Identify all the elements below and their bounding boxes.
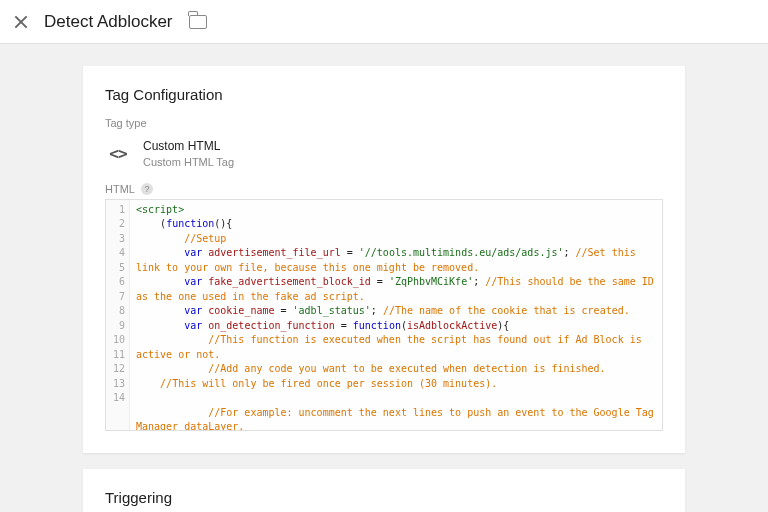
topbar: Detect Adblocker — [0, 0, 768, 44]
tag-type-sub: Custom HTML Tag — [143, 155, 234, 169]
html-label-row: HTML ? — [105, 183, 663, 195]
tag-configuration-card[interactable]: Tag Configuration Tag type <> Custom HTM… — [83, 66, 685, 453]
code-brackets-icon: <> — [105, 141, 131, 167]
code-editor[interactable]: 1234567891011121314 <script> (function()… — [105, 199, 663, 431]
code-area[interactable]: <script> (function(){ //Setup var advert… — [130, 200, 662, 430]
tag-type-label: Tag type — [105, 117, 663, 129]
html-label: HTML — [105, 183, 135, 195]
triggering-card[interactable]: Triggering Firing Triggers DOM Ready DOM… — [83, 469, 685, 512]
page-title: Detect Adblocker — [44, 12, 173, 32]
tag-type-text: Custom HTML Custom HTML Tag — [143, 139, 234, 169]
content: Tag Configuration Tag type <> Custom HTM… — [0, 44, 768, 512]
section-title: Tag Configuration — [105, 86, 663, 103]
close-icon[interactable] — [12, 13, 30, 31]
help-icon[interactable]: ? — [141, 183, 153, 195]
line-gutter: 1234567891011121314 — [106, 200, 130, 430]
section-title: Triggering — [105, 489, 663, 506]
card-stack: Tag Configuration Tag type <> Custom HTM… — [83, 66, 685, 512]
tag-type-row[interactable]: <> Custom HTML Custom HTML Tag — [105, 139, 663, 169]
folder-icon[interactable] — [189, 15, 207, 29]
tag-type-name: Custom HTML — [143, 139, 234, 155]
